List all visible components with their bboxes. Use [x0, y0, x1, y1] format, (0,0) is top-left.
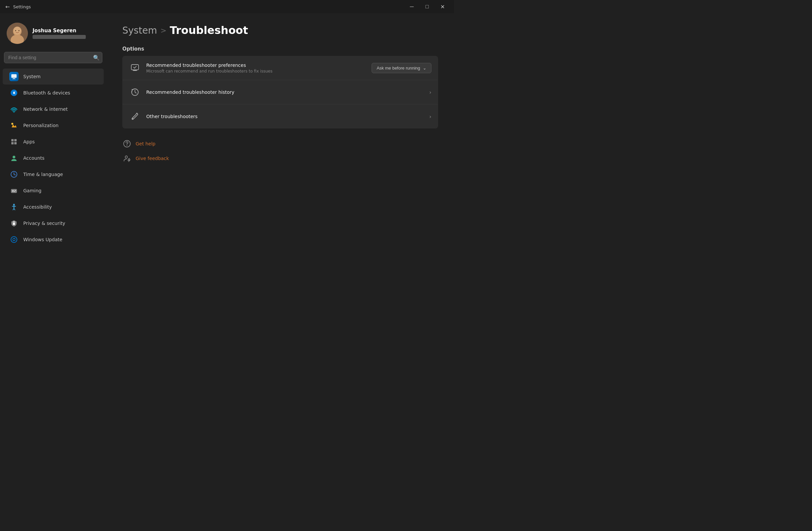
gaming-icon — [9, 186, 19, 195]
svg-rect-12 — [11, 139, 14, 141]
titlebar-controls: ─ □ ✕ — [404, 1, 450, 12]
sidebar-item-apps[interactable]: Apps — [3, 134, 104, 150]
sidebar-item-personalization-label: Personalization — [23, 123, 58, 128]
other-troubleshooters-title: Other troubleshooters — [146, 114, 424, 119]
search-box: 🔍 — [4, 52, 102, 63]
sidebar-item-network-label: Network & internet — [23, 107, 68, 112]
recommended-prefs-subtitle: Microsoft can recommend and run troubles… — [146, 69, 366, 73]
svg-point-16 — [13, 156, 15, 158]
sidebar-item-accessibility[interactable]: Accessibility — [3, 199, 104, 215]
accessibility-icon — [9, 202, 19, 212]
svg-point-10 — [14, 112, 15, 113]
chevron-down-icon: ⌄ — [423, 66, 426, 71]
svg-point-30 — [127, 145, 127, 146]
svg-rect-13 — [14, 139, 17, 141]
sidebar-item-update-label: Windows Update — [23, 237, 62, 242]
sidebar-item-system-label: System — [23, 74, 41, 79]
avatar-image — [6, 23, 28, 44]
avatar — [6, 23, 28, 44]
sidebar-nav: System Bluetooth & devices — [0, 69, 106, 248]
titlebar-left: ← Settings — [5, 4, 31, 10]
titlebar-title: Settings — [13, 4, 31, 9]
close-button[interactable]: ✕ — [435, 1, 450, 12]
sidebar-item-privacy[interactable]: Privacy & security — [3, 215, 104, 231]
recommended-prefs-dropdown[interactable]: Ask me before running ⌄ — [372, 63, 432, 73]
troubleshoot-pref-icon — [129, 62, 141, 74]
sidebar-item-accounts-label: Accounts — [23, 155, 45, 161]
update-icon — [9, 235, 19, 244]
breadcrumb-separator: > — [160, 26, 166, 34]
svg-point-31 — [125, 156, 128, 158]
options-label: Options — [122, 46, 438, 52]
sidebar-item-system[interactable]: System — [3, 69, 104, 84]
get-help-link[interactable]: Get help — [122, 138, 438, 150]
help-section: Get help Give feedback — [122, 138, 438, 164]
svg-rect-6 — [11, 74, 17, 78]
other-troubleshooters-right: › — [430, 113, 432, 120]
recommended-history-right: › — [430, 89, 432, 96]
svg-rect-26 — [131, 65, 139, 70]
give-feedback-icon — [122, 154, 132, 163]
get-help-label: Get help — [135, 141, 156, 146]
sidebar: Joshua Segeren 🔍 System — [0, 13, 106, 299]
content-area: System > Troubleshoot Options Recomm — [106, 13, 454, 299]
sidebar-item-time[interactable]: Time & language — [3, 166, 104, 182]
history-icon — [129, 86, 141, 98]
give-feedback-label: Give feedback — [135, 156, 169, 161]
sidebar-item-accounts[interactable]: Accounts — [3, 150, 104, 166]
svg-point-4 — [15, 30, 16, 31]
apps-icon — [9, 137, 19, 146]
app-container: Joshua Segeren 🔍 System — [0, 13, 454, 299]
sidebar-item-gaming[interactable]: Gaming — [3, 183, 104, 199]
chevron-right-icon-2: › — [430, 113, 432, 120]
search-icon[interactable]: 🔍 — [93, 55, 100, 61]
sidebar-item-accessibility-label: Accessibility — [23, 204, 52, 210]
user-section[interactable]: Joshua Segeren — [0, 17, 106, 52]
recommended-history-title: Recommended troubleshooter history — [146, 89, 424, 95]
sidebar-item-bluetooth[interactable]: Bluetooth & devices — [3, 85, 104, 101]
recommended-prefs-title: Recommended troubleshooter preferences — [146, 62, 366, 68]
recommended-prefs-text: Recommended troubleshooter preferences M… — [146, 62, 366, 73]
privacy-icon — [9, 219, 19, 228]
options-card: Recommended troubleshooter preferences M… — [122, 56, 438, 128]
sidebar-item-time-label: Time & language — [23, 172, 63, 177]
titlebar: ← Settings ─ □ ✕ — [0, 0, 454, 13]
accounts-icon — [9, 153, 19, 163]
svg-point-25 — [11, 237, 17, 242]
sidebar-item-bluetooth-label: Bluetooth & devices — [23, 90, 70, 96]
breadcrumb-parent[interactable]: System — [122, 25, 157, 36]
svg-rect-8 — [12, 79, 16, 80]
recommended-prefs-row[interactable]: Recommended troubleshooter preferences M… — [122, 56, 438, 80]
wrench-icon — [129, 110, 141, 123]
recommended-history-row[interactable]: Recommended troubleshooter history › — [122, 80, 438, 104]
svg-point-5 — [19, 30, 19, 31]
sidebar-item-gaming-label: Gaming — [23, 188, 42, 193]
search-input[interactable] — [4, 52, 102, 63]
sidebar-item-network[interactable]: Network & internet — [3, 101, 104, 117]
user-email — [32, 35, 86, 39]
svg-point-22 — [14, 191, 15, 192]
svg-rect-14 — [11, 142, 14, 144]
breadcrumb: System > Troubleshoot — [122, 24, 438, 37]
recommended-prefs-right: Ask me before running ⌄ — [372, 63, 432, 73]
minimize-button[interactable]: ─ — [404, 1, 419, 12]
get-help-icon — [122, 139, 132, 149]
svg-point-28 — [132, 118, 133, 119]
other-troubleshooters-text: Other troubleshooters — [146, 114, 424, 119]
give-feedback-link[interactable]: Give feedback — [122, 152, 438, 164]
user-info: Joshua Segeren — [32, 28, 100, 39]
maximize-button[interactable]: □ — [419, 1, 435, 12]
svg-rect-18 — [11, 189, 17, 193]
recommended-history-text: Recommended troubleshooter history — [146, 89, 424, 95]
svg-point-3 — [14, 27, 21, 34]
sidebar-item-update[interactable]: Windows Update — [3, 232, 104, 248]
other-troubleshooters-row[interactable]: Other troubleshooters › — [122, 104, 438, 128]
user-name: Joshua Segeren — [32, 28, 100, 33]
bluetooth-icon — [9, 88, 19, 97]
svg-rect-24 — [13, 223, 15, 225]
personalization-icon — [9, 121, 19, 130]
svg-point-11 — [11, 123, 13, 125]
sidebar-item-personalization[interactable]: Personalization — [3, 117, 104, 134]
svg-rect-15 — [14, 142, 17, 144]
back-icon[interactable]: ← — [5, 4, 10, 10]
